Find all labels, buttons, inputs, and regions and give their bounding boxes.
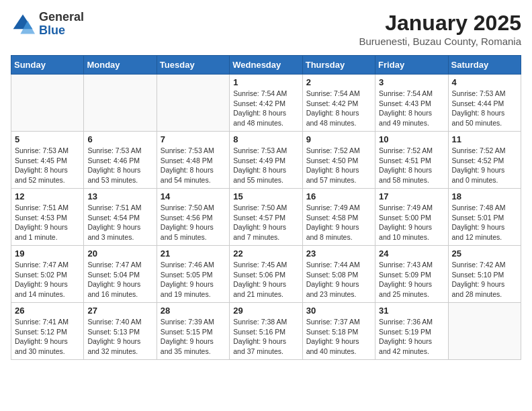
day-number: 7 (161, 134, 226, 144)
day-cell: 25Sunrise: 7:42 AM Sunset: 5:10 PM Dayli… (448, 246, 521, 303)
day-info: Sunrise: 7:43 AM Sunset: 5:09 PM Dayligh… (379, 260, 444, 300)
day-cell (448, 303, 521, 360)
header-monday: Monday (84, 56, 157, 75)
day-cell: 24Sunrise: 7:43 AM Sunset: 5:09 PM Dayli… (375, 246, 448, 303)
day-cell: 15Sunrise: 7:50 AM Sunset: 4:57 PM Dayli… (230, 189, 302, 246)
day-cell: 18Sunrise: 7:48 AM Sunset: 5:01 PM Dayli… (448, 189, 521, 246)
header-tuesday: Tuesday (157, 56, 229, 75)
day-info: Sunrise: 7:53 AM Sunset: 4:44 PM Dayligh… (452, 89, 517, 128)
day-cell: 9Sunrise: 7:52 AM Sunset: 4:50 PM Daylig… (302, 132, 375, 189)
week-row-5: 26Sunrise: 7:41 AM Sunset: 5:12 PM Dayli… (11, 303, 521, 360)
day-info: Sunrise: 7:52 AM Sunset: 4:52 PM Dayligh… (452, 146, 517, 185)
day-info: Sunrise: 7:40 AM Sunset: 5:13 PM Dayligh… (87, 317, 152, 357)
day-number: 8 (233, 134, 298, 144)
day-info: Sunrise: 7:53 AM Sunset: 4:49 PM Dayligh… (233, 146, 298, 185)
day-number: 22 (233, 248, 298, 259)
day-info: Sunrise: 7:54 AM Sunset: 4:43 PM Dayligh… (379, 89, 444, 128)
logo-blue-text: Blue (39, 24, 84, 38)
header-thursday: Thursday (302, 56, 375, 75)
day-number: 23 (306, 248, 371, 259)
logo-text: General Blue (39, 11, 84, 38)
day-info: Sunrise: 7:53 AM Sunset: 4:48 PM Dayligh… (161, 146, 226, 185)
day-info: Sunrise: 7:49 AM Sunset: 5:00 PM Dayligh… (379, 203, 444, 242)
day-number: 24 (379, 248, 444, 259)
header-saturday: Saturday (448, 56, 521, 75)
day-number: 12 (15, 191, 80, 201)
day-number: 28 (161, 306, 226, 316)
day-info: Sunrise: 7:41 AM Sunset: 5:12 PM Dayligh… (15, 317, 80, 357)
day-info: Sunrise: 7:52 AM Sunset: 4:51 PM Dayligh… (379, 146, 444, 185)
weekday-header-row: Sunday Monday Tuesday Wednesday Thursday… (11, 56, 521, 75)
day-cell: 29Sunrise: 7:38 AM Sunset: 5:16 PM Dayli… (230, 303, 302, 360)
day-info: Sunrise: 7:51 AM Sunset: 4:53 PM Dayligh… (15, 203, 80, 242)
header: General Blue January 2025 Buruenesti, Bu… (11, 11, 521, 47)
day-number: 16 (306, 191, 371, 201)
day-info: Sunrise: 7:38 AM Sunset: 5:16 PM Dayligh… (233, 317, 298, 357)
day-cell: 11Sunrise: 7:52 AM Sunset: 4:52 PM Dayli… (448, 132, 521, 189)
day-number: 11 (452, 134, 517, 144)
day-info: Sunrise: 7:53 AM Sunset: 4:46 PM Dayligh… (87, 146, 152, 185)
week-row-2: 5Sunrise: 7:53 AM Sunset: 4:45 PM Daylig… (11, 132, 521, 189)
day-cell: 2Sunrise: 7:54 AM Sunset: 4:42 PM Daylig… (302, 75, 375, 132)
location-title: Buruenesti, Buzau County, Romania (359, 36, 521, 47)
logo-icon (11, 12, 35, 36)
day-info: Sunrise: 7:46 AM Sunset: 5:05 PM Dayligh… (161, 260, 226, 300)
day-info: Sunrise: 7:49 AM Sunset: 4:58 PM Dayligh… (306, 203, 371, 242)
day-info: Sunrise: 7:39 AM Sunset: 5:15 PM Dayligh… (161, 317, 226, 357)
day-number: 10 (379, 134, 444, 144)
day-cell: 31Sunrise: 7:36 AM Sunset: 5:19 PM Dayli… (375, 303, 448, 360)
month-title: January 2025 (359, 11, 521, 36)
day-number: 19 (15, 248, 80, 259)
day-info: Sunrise: 7:51 AM Sunset: 4:54 PM Dayligh… (87, 203, 152, 242)
day-cell: 7Sunrise: 7:53 AM Sunset: 4:48 PM Daylig… (157, 132, 229, 189)
day-number: 18 (452, 191, 517, 201)
day-number: 6 (87, 134, 152, 144)
day-cell (11, 75, 84, 132)
logo-general-text: General (39, 11, 84, 24)
header-sunday: Sunday (11, 56, 84, 75)
day-cell (157, 75, 229, 132)
day-cell: 21Sunrise: 7:46 AM Sunset: 5:05 PM Dayli… (157, 246, 229, 303)
day-cell: 1Sunrise: 7:54 AM Sunset: 4:42 PM Daylig… (230, 75, 302, 132)
day-number: 26 (15, 306, 80, 316)
day-info: Sunrise: 7:42 AM Sunset: 5:10 PM Dayligh… (452, 260, 517, 300)
day-cell: 6Sunrise: 7:53 AM Sunset: 4:46 PM Daylig… (84, 132, 157, 189)
day-info: Sunrise: 7:36 AM Sunset: 5:19 PM Dayligh… (379, 317, 444, 357)
day-cell: 5Sunrise: 7:53 AM Sunset: 4:45 PM Daylig… (11, 132, 84, 189)
day-cell: 3Sunrise: 7:54 AM Sunset: 4:43 PM Daylig… (375, 75, 448, 132)
day-cell (84, 75, 157, 132)
day-cell: 30Sunrise: 7:37 AM Sunset: 5:18 PM Dayli… (302, 303, 375, 360)
day-info: Sunrise: 7:47 AM Sunset: 5:04 PM Dayligh… (87, 260, 152, 300)
day-cell: 27Sunrise: 7:40 AM Sunset: 5:13 PM Dayli… (84, 303, 157, 360)
day-number: 25 (452, 248, 517, 259)
day-info: Sunrise: 7:53 AM Sunset: 4:45 PM Dayligh… (15, 146, 80, 185)
day-number: 2 (306, 77, 371, 87)
day-number: 31 (379, 306, 444, 316)
calendar: Sunday Monday Tuesday Wednesday Thursday… (11, 55, 521, 360)
logo: General Blue (11, 11, 84, 38)
header-friday: Friday (375, 56, 448, 75)
day-cell: 12Sunrise: 7:51 AM Sunset: 4:53 PM Dayli… (11, 189, 84, 246)
day-number: 14 (161, 191, 226, 201)
day-cell: 16Sunrise: 7:49 AM Sunset: 4:58 PM Dayli… (302, 189, 375, 246)
day-number: 27 (87, 306, 152, 316)
day-number: 4 (452, 77, 517, 87)
day-cell: 20Sunrise: 7:47 AM Sunset: 5:04 PM Dayli… (84, 246, 157, 303)
day-info: Sunrise: 7:48 AM Sunset: 5:01 PM Dayligh… (452, 203, 517, 242)
day-cell: 14Sunrise: 7:50 AM Sunset: 4:56 PM Dayli… (157, 189, 229, 246)
day-number: 29 (233, 306, 298, 316)
day-number: 13 (87, 191, 152, 201)
day-info: Sunrise: 7:52 AM Sunset: 4:50 PM Dayligh… (306, 146, 371, 185)
day-number: 5 (15, 134, 80, 144)
day-number: 17 (379, 191, 444, 201)
week-row-3: 12Sunrise: 7:51 AM Sunset: 4:53 PM Dayli… (11, 189, 521, 246)
day-cell: 8Sunrise: 7:53 AM Sunset: 4:49 PM Daylig… (230, 132, 302, 189)
title-area: January 2025 Buruenesti, Buzau County, R… (359, 11, 521, 47)
day-number: 30 (306, 306, 371, 316)
day-cell: 10Sunrise: 7:52 AM Sunset: 4:51 PM Dayli… (375, 132, 448, 189)
week-row-4: 19Sunrise: 7:47 AM Sunset: 5:02 PM Dayli… (11, 246, 521, 303)
day-number: 1 (233, 77, 298, 87)
day-info: Sunrise: 7:37 AM Sunset: 5:18 PM Dayligh… (306, 317, 371, 357)
day-info: Sunrise: 7:44 AM Sunset: 5:08 PM Dayligh… (306, 260, 371, 300)
day-info: Sunrise: 7:50 AM Sunset: 4:57 PM Dayligh… (233, 203, 298, 242)
